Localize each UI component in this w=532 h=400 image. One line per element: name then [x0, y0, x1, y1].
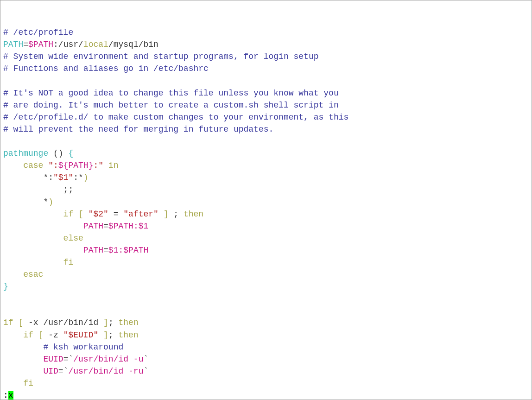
code-line: if [ "$2" = "after" ] ; then	[3, 208, 529, 220]
code-line: }	[3, 280, 529, 292]
bracket: ]	[98, 318, 108, 327]
variable-name: UID	[3, 367, 58, 376]
string: ":	[43, 161, 58, 170]
comment: # /etc/profile.d/ to make custom changes…	[3, 113, 348, 122]
bracket: ]	[98, 330, 108, 340]
variable-ref: $PATH	[108, 222, 133, 231]
comment: # Functions and aliases go in /etc/bashr…	[3, 64, 209, 73]
blank-line	[3, 292, 529, 305]
keyword: then	[118, 318, 138, 327]
equals: =	[103, 246, 108, 255]
path-text: /mysql/bin	[108, 40, 158, 49]
string: :"	[93, 161, 103, 170]
variable-name: EUID	[3, 355, 63, 364]
comment: # will prevent the need for merging in f…	[3, 125, 273, 134]
string: "$EUID"	[58, 330, 98, 340]
code-line: PATH=$PATH:$1	[3, 220, 529, 232]
keyword: esac	[3, 270, 43, 279]
comment: # It's NOT a good idea to change this fi…	[3, 89, 339, 98]
code-line: # /etc/profile	[3, 26, 529, 38]
variable-ref: $1	[139, 222, 149, 231]
code-line: *)	[3, 196, 529, 208]
semicolon: ;	[108, 330, 119, 340]
keyword: then	[184, 210, 203, 219]
code-line: pathmunge () {	[3, 147, 529, 159]
string: "$2"	[89, 210, 108, 219]
colon: :	[118, 246, 123, 255]
operator: =	[108, 210, 123, 219]
code-line: if [ -z "$EUID" ]; then	[3, 329, 529, 341]
comment: # System wide environment and startup pr…	[3, 52, 319, 61]
backtick: `	[143, 355, 148, 364]
paren: )	[83, 173, 89, 182]
function-name: pathmunge	[3, 149, 53, 158]
terminator: ;;	[3, 185, 73, 194]
keyword: local	[83, 40, 108, 49]
code-line: case ":${PATH}:" in	[3, 159, 529, 171]
blank-line	[3, 305, 529, 317]
pattern: *:	[3, 173, 53, 182]
variable-ref: $PATH	[28, 40, 53, 49]
pattern: :*	[73, 173, 83, 182]
string: "$1"	[53, 173, 73, 182]
variable-ref: $PATH	[123, 246, 148, 255]
bracket: ]	[158, 210, 169, 219]
command: /usr/bin/id -ru	[68, 367, 143, 376]
code-line: EUID=`/usr/bin/id -u`	[3, 353, 529, 365]
semicolon: ;	[108, 318, 119, 327]
code-line: # /etc/profile.d/ to make custom changes…	[3, 111, 529, 123]
code-line: ;;	[3, 184, 529, 196]
keyword: fi	[3, 379, 33, 388]
pattern: *	[3, 197, 48, 207]
bracket: [	[13, 318, 24, 327]
code-line: # are doing. It's much better to create …	[3, 99, 529, 111]
bracket: [	[73, 210, 88, 219]
paren: )	[48, 197, 53, 207]
keyword: if	[3, 318, 13, 327]
cursor-icon: x	[8, 391, 13, 400]
command-colon: :	[3, 391, 8, 400]
variable-ref: $1	[108, 246, 119, 255]
keyword: if	[3, 210, 73, 219]
flag: -z	[43, 330, 58, 340]
colon: :	[133, 222, 139, 231]
code-line: # System wide environment and startup pr…	[3, 51, 529, 63]
vim-command-line[interactable]: :x	[3, 389, 529, 400]
equals: =	[103, 222, 108, 231]
equals: =	[23, 40, 28, 49]
command: /usr/bin/id -u	[73, 355, 143, 364]
code-line: # ksh workaround	[3, 341, 529, 353]
code-line: # It's NOT a good idea to change this fi…	[3, 87, 529, 99]
code-line: # will prevent the need for merging in f…	[3, 123, 529, 135]
comment: # are doing. It's much better to create …	[3, 101, 339, 110]
path-text: /usr/bin/id	[43, 318, 98, 327]
path-text: :/usr/	[53, 40, 83, 49]
blank-line	[3, 75, 529, 87]
keyword: if	[3, 330, 33, 340]
backtick: =`	[63, 355, 74, 364]
code-line: else	[3, 232, 529, 244]
keyword: in	[103, 161, 118, 170]
keyword: fi	[3, 258, 73, 267]
code-line: fi	[3, 256, 529, 268]
keyword: then	[118, 330, 138, 340]
comment: # /etc/profile	[3, 28, 73, 37]
code-line: PATH=$1:$PATH	[3, 244, 529, 256]
backtick: =`	[58, 367, 69, 376]
semicolon: ;	[169, 210, 184, 219]
variable-name: PATH	[3, 40, 23, 49]
code-line: if [ -x /usr/bin/id ]; then	[3, 317, 529, 329]
variable-name: PATH	[3, 246, 103, 255]
editor-viewport[interactable]: # /etc/profilePATH=$PATH:/usr/local/mysq…	[3, 26, 529, 400]
code-line: *:"$1":*)	[3, 171, 529, 184]
parens: ()	[53, 149, 63, 158]
string: "after"	[123, 210, 158, 219]
blank-line	[3, 135, 529, 147]
brace: {	[63, 149, 74, 158]
variable-ref: ${PATH}	[58, 161, 94, 170]
bracket: [	[33, 330, 44, 340]
comment: # ksh workaround	[3, 343, 123, 352]
backtick: `	[143, 367, 148, 376]
keyword: else	[3, 234, 83, 243]
code-line: fi	[3, 377, 529, 389]
